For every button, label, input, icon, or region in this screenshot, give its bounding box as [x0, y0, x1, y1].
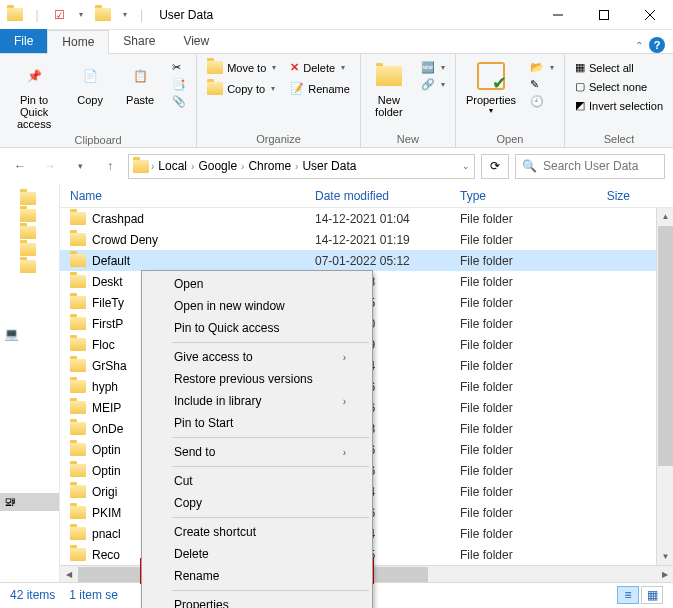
- scroll-left-icon[interactable]: ◀: [60, 566, 77, 583]
- copy-path-button[interactable]: 📑: [168, 77, 190, 92]
- folder-icon: [70, 485, 86, 498]
- up-button[interactable]: ↑: [98, 154, 122, 178]
- maximize-button[interactable]: [581, 0, 627, 30]
- scrollbar-thumb[interactable]: [658, 226, 673, 466]
- menu-copy[interactable]: Copy: [144, 492, 370, 514]
- tab-view[interactable]: View: [169, 29, 223, 53]
- chevron-right-icon[interactable]: ›: [241, 161, 244, 172]
- search-input[interactable]: 🔍 Search User Data: [515, 154, 665, 179]
- vertical-scrollbar[interactable]: ▲ ▼: [656, 208, 673, 565]
- properties-icon: [475, 60, 507, 92]
- ribbon-group-organize: Move to▾ Copy to▾ ✕Delete▾ 📝Rename Organ…: [197, 54, 361, 147]
- breadcrumb-item[interactable]: Google: [196, 159, 239, 173]
- breadcrumb-item[interactable]: User Data: [300, 159, 358, 173]
- menu-open[interactable]: Open: [144, 273, 370, 295]
- forward-button[interactable]: →: [38, 154, 62, 178]
- pin-to-quick-access-button[interactable]: 📌 Pin to Quick access: [6, 58, 62, 132]
- move-to-button[interactable]: Move to▾: [203, 60, 280, 75]
- qat-dropdown[interactable]: ▾: [72, 6, 90, 24]
- menu-open-new-window[interactable]: Open in new window: [144, 295, 370, 317]
- chevron-right-icon[interactable]: ›: [151, 161, 154, 172]
- column-header-date[interactable]: Date modified: [315, 189, 460, 203]
- scroll-up-icon[interactable]: ▲: [657, 208, 673, 225]
- address-bar[interactable]: › Local› Google› Chrome› User Data ⌄: [128, 154, 475, 179]
- close-button[interactable]: [627, 0, 673, 30]
- menu-restore-previous[interactable]: Restore previous versions: [144, 368, 370, 390]
- chevron-right-icon[interactable]: ›: [191, 161, 194, 172]
- help-icon[interactable]: ?: [649, 37, 665, 53]
- copy-button[interactable]: 📄 Copy: [68, 58, 112, 132]
- recent-locations-button[interactable]: ▾: [68, 154, 92, 178]
- minimize-button[interactable]: [535, 0, 581, 30]
- tab-home[interactable]: Home: [47, 30, 109, 54]
- menu-separator: [172, 590, 369, 591]
- menu-pin-quick-access[interactable]: Pin to Quick access: [144, 317, 370, 339]
- scroll-right-icon[interactable]: ▶: [656, 566, 673, 583]
- back-button[interactable]: ←: [8, 154, 32, 178]
- edit-button[interactable]: ✎: [526, 77, 558, 92]
- invert-selection-icon: ◩: [575, 99, 585, 112]
- properties-button[interactable]: Properties ▾: [462, 58, 520, 131]
- new-folder-button[interactable]: New folder: [367, 58, 411, 131]
- column-header-size[interactable]: Size: [580, 189, 630, 203]
- copy-to-button[interactable]: Copy to▾: [203, 81, 280, 96]
- menu-give-access-to[interactable]: Give access to›: [144, 346, 370, 368]
- column-header-type[interactable]: Type: [460, 189, 580, 203]
- menu-rename[interactable]: Rename: [144, 565, 370, 587]
- collapse-ribbon-icon[interactable]: ⌃: [635, 40, 643, 51]
- tree-item[interactable]: 🖳: [0, 493, 59, 511]
- scroll-down-icon[interactable]: ▼: [657, 548, 673, 565]
- address-dropdown[interactable]: ⌄: [462, 161, 470, 171]
- column-header-name[interactable]: Name: [60, 189, 315, 203]
- tree-item[interactable]: 💻: [0, 325, 59, 343]
- menu-delete[interactable]: Delete: [144, 543, 370, 565]
- chevron-right-icon: ›: [343, 352, 346, 363]
- menu-properties[interactable]: Properties: [144, 594, 370, 608]
- history-button[interactable]: 🕘: [526, 94, 558, 109]
- refresh-button[interactable]: ⟳: [481, 154, 509, 179]
- tab-file[interactable]: File: [0, 29, 47, 53]
- paste-button[interactable]: 📋 Paste: [118, 58, 162, 132]
- breadcrumb-item[interactable]: Chrome: [246, 159, 293, 173]
- properties-checkbox-icon[interactable]: ☑: [50, 6, 68, 24]
- large-icons-view-button[interactable]: ▦: [641, 586, 663, 604]
- open-button[interactable]: 📂▾: [526, 60, 558, 75]
- cut-button[interactable]: ✂: [168, 60, 190, 75]
- menu-cut[interactable]: Cut: [144, 470, 370, 492]
- ribbon-group-label: New: [367, 131, 449, 145]
- file-type: File folder: [460, 464, 580, 478]
- table-row[interactable]: Default07-01-2022 05:12File folder: [60, 250, 673, 271]
- ribbon-group-new: New folder 🆕▾ 🔗▾ New: [361, 54, 456, 147]
- paste-shortcut-icon: 📎: [172, 95, 186, 108]
- chevron-right-icon[interactable]: ›: [295, 161, 298, 172]
- navigation-pane[interactable]: 💻 🖳: [0, 184, 60, 582]
- menu-separator: [172, 466, 369, 467]
- delete-button[interactable]: ✕Delete▾: [286, 60, 354, 75]
- invert-selection-button[interactable]: ◩Invert selection: [571, 98, 667, 113]
- folder-icon: [133, 160, 149, 173]
- folder-icon: [207, 82, 223, 95]
- tree-item[interactable]: [0, 241, 59, 258]
- details-view-button[interactable]: ≡: [617, 586, 639, 604]
- new-item-button[interactable]: 🆕▾: [417, 60, 449, 75]
- qat-dropdown[interactable]: ▾: [116, 6, 134, 24]
- easy-access-button[interactable]: 🔗▾: [417, 77, 449, 92]
- menu-separator: [172, 437, 369, 438]
- select-none-button[interactable]: ▢Select none: [571, 79, 667, 94]
- menu-pin-start[interactable]: Pin to Start: [144, 412, 370, 434]
- table-row[interactable]: Crowd Deny14-12-2021 01:19File folder: [60, 229, 673, 250]
- menu-create-shortcut[interactable]: Create shortcut: [144, 521, 370, 543]
- breadcrumb-item[interactable]: Local: [156, 159, 189, 173]
- tree-item[interactable]: [0, 224, 59, 241]
- tree-item[interactable]: [0, 207, 59, 224]
- tree-item[interactable]: [0, 258, 59, 275]
- select-all-button[interactable]: ▦Select all: [571, 60, 667, 75]
- paste-shortcut-button[interactable]: 📎: [168, 94, 190, 109]
- folder-icon: [70, 422, 86, 435]
- table-row[interactable]: Crashpad14-12-2021 01:04File folder: [60, 208, 673, 229]
- menu-include-library[interactable]: Include in library›: [144, 390, 370, 412]
- rename-button[interactable]: 📝Rename: [286, 81, 354, 96]
- tree-item[interactable]: [0, 190, 59, 207]
- tab-share[interactable]: Share: [109, 29, 169, 53]
- menu-send-to[interactable]: Send to›: [144, 441, 370, 463]
